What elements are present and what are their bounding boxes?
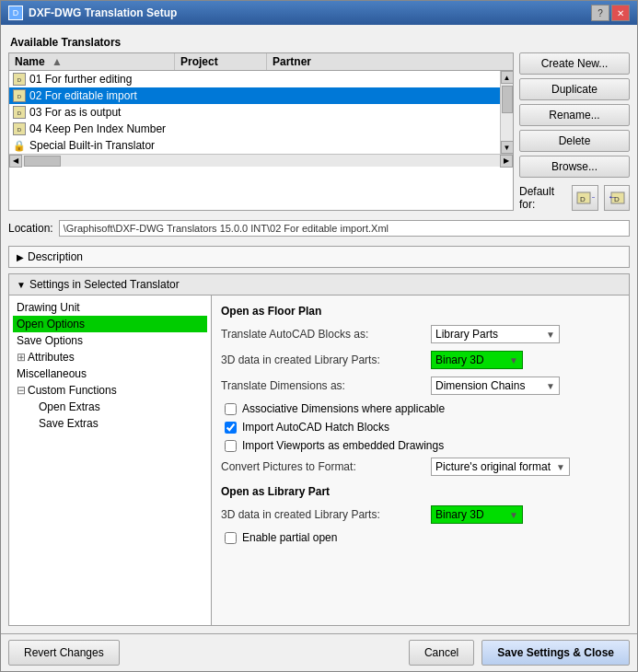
list-header: Name ▲ Project Partner	[9, 53, 513, 71]
convert-pictures-arrow: ▼	[556, 462, 565, 472]
tree-item-custom-functions[interactable]: ⊟Custom Functions	[13, 382, 207, 399]
autocad-blocks-row: Translate AutoCAD Blocks as: Library Par…	[221, 325, 620, 343]
translator-list-container: Name ▲ Project Partner D 01 For further …	[8, 52, 514, 211]
hscroll-thumb[interactable]	[24, 156, 61, 167]
import-viewport-checkbox[interactable]	[225, 440, 237, 452]
import-icon: D →	[576, 191, 595, 205]
translator-buttons: Create New... Duplicate Rename... Delete…	[519, 52, 630, 211]
dxf-icon: D	[13, 122, 26, 135]
hscroll-left[interactable]: ◀	[9, 155, 22, 168]
footer: Revert Changes Cancel Save Settings & Cl…	[1, 633, 637, 671]
autocad-blocks-arrow: ▼	[546, 330, 555, 340]
tree-item-miscellaneous[interactable]: Miscellaneous	[13, 365, 207, 382]
3d-library2-label: 3D data in created Library Parts:	[221, 508, 423, 521]
save-button[interactable]: Save Settings & Close	[481, 640, 630, 666]
import-hatch-checkbox[interactable]	[225, 422, 237, 434]
browse-button[interactable]: Browse...	[519, 156, 630, 178]
settings-body: Drawing Unit Open Options Save Options ⊞…	[9, 295, 629, 625]
revert-button[interactable]: Revert Changes	[8, 640, 120, 666]
create-new-button[interactable]: Create New...	[519, 52, 630, 75]
export-default-button[interactable]: D ←	[604, 185, 630, 211]
tree-item-save-options[interactable]: Save Options	[13, 332, 207, 349]
list-item[interactable]: D 01 For further editing	[9, 71, 500, 87]
assoc-dim-checkbox[interactable]	[225, 403, 237, 415]
horizontal-scrollbar[interactable]: ◀ ▶	[9, 154, 513, 167]
enable-partial-row: Enable partial open	[225, 531, 620, 544]
autocad-blocks-value: Library Parts	[435, 328, 498, 341]
description-header[interactable]: ▶ Description	[9, 247, 629, 267]
dimensions-row: Translate Dimensions as: Dimension Chain…	[221, 377, 620, 395]
tree-item-save-extras[interactable]: Save Extras	[35, 415, 207, 432]
scroll-thumb[interactable]	[502, 86, 513, 113]
translators-area: Name ▲ Project Partner D 01 For further …	[8, 52, 630, 211]
tree-item-drawing-unit[interactable]: Drawing Unit	[13, 299, 207, 316]
settings-section: ▼ Settings in Selected Translator Drawin…	[8, 273, 630, 626]
description-triangle: ▶	[17, 252, 24, 262]
import-hatch-row: Import AutoCAD Hatch Blocks	[225, 421, 620, 434]
location-row: Location: \Graphisoft\DXF-DWG Translator…	[8, 216, 630, 240]
delete-button[interactable]: Delete	[519, 130, 630, 152]
list-item[interactable]: D 03 For as is output	[9, 104, 500, 121]
enable-partial-checkbox[interactable]	[225, 532, 237, 544]
window-title: DXF-DWG Translation Setup	[29, 6, 177, 19]
settings-panel: Open as Floor Plan Translate AutoCAD Blo…	[212, 295, 629, 625]
dxf-icon: D	[13, 106, 26, 119]
close-button[interactable]: ✕	[611, 5, 630, 21]
tree-item-open-options[interactable]: Open Options	[13, 316, 207, 332]
title-bar: D DXF-DWG Translation Setup ? ✕	[1, 1, 637, 25]
svg-text:←: ←	[608, 191, 617, 202]
duplicate-button[interactable]: Duplicate	[519, 78, 630, 100]
list-item[interactable]: 🔒 Special Built-in Translator	[9, 137, 500, 154]
import-hatch-label: Import AutoCAD Hatch Blocks	[242, 421, 389, 434]
location-value: \Graphisoft\DXF-DWG Translators 15.0.0 I…	[59, 220, 630, 237]
3d-library2-value: Binary 3D	[435, 508, 484, 521]
list-item[interactable]: D 04 Keep Pen Index Number	[9, 121, 500, 137]
tree-item-attributes[interactable]: ⊞Attributes	[13, 349, 207, 365]
export-icon: D ←	[608, 191, 626, 205]
list-item[interactable]: D 02 For editable import	[9, 87, 500, 104]
svg-text:→: →	[590, 191, 595, 202]
3d-library-row: 3D data in created Library Parts: Binary…	[221, 351, 620, 369]
translators-section: Available Translators Name ▲ Project Par…	[8, 32, 630, 211]
enable-partial-label: Enable partial open	[242, 531, 337, 544]
floor-plan-title: Open as Floor Plan	[221, 305, 620, 318]
dimensions-value: Dimension Chains	[435, 379, 525, 392]
app-icon: D	[8, 6, 23, 20]
help-button[interactable]: ?	[591, 5, 609, 21]
scroll-up-arrow[interactable]: ▲	[501, 71, 514, 84]
dimensions-dropdown[interactable]: Dimension Chains ▼	[431, 377, 560, 395]
autocad-blocks-label: Translate AutoCAD Blocks as:	[221, 328, 423, 341]
autocad-blocks-dropdown[interactable]: Library Parts ▼	[431, 325, 560, 343]
dxf-icon: D	[13, 89, 26, 102]
3d-library-dropdown[interactable]: Binary 3D ▼	[431, 351, 523, 369]
3d-library-label: 3D data in created Library Parts:	[221, 353, 423, 366]
convert-pictures-value: Picture's original format	[435, 460, 551, 473]
import-default-button[interactable]: D →	[572, 185, 597, 211]
convert-pictures-dropdown[interactable]: Picture's original format ▼	[431, 458, 570, 476]
settings-header[interactable]: ▼ Settings in Selected Translator	[9, 274, 629, 295]
translator-list: D 01 For further editing D 02 For editab…	[9, 71, 500, 154]
rename-button[interactable]: Rename...	[519, 104, 630, 126]
list-scrollbar[interactable]: ▲ ▼	[500, 71, 513, 154]
lock-icon: 🔒	[13, 140, 26, 152]
import-viewport-label: Import Viewports as embedded Drawings	[242, 439, 444, 452]
assoc-dim-label: Associative Dimensions where applicable	[242, 402, 445, 415]
3d-library2-dropdown[interactable]: Binary 3D ▼	[431, 505, 523, 524]
hscroll-right[interactable]: ▶	[500, 155, 513, 168]
col-name-header: Name ▲	[9, 53, 175, 70]
scroll-down-arrow[interactable]: ▼	[501, 141, 514, 154]
3d-library-value: Binary 3D	[435, 353, 484, 366]
location-label: Location:	[8, 222, 53, 235]
convert-pictures-label: Convert Pictures to Format:	[221, 460, 423, 473]
tree-item-open-extras[interactable]: Open Extras	[35, 399, 207, 415]
import-viewport-row: Import Viewports as embedded Drawings	[225, 439, 620, 452]
3d-library2-row: 3D data in created Library Parts: Binary…	[221, 505, 620, 524]
col-partner-header: Partner	[267, 53, 317, 70]
dimensions-label: Translate Dimensions as:	[221, 379, 423, 392]
convert-pictures-row: Convert Pictures to Format: Picture's or…	[221, 458, 620, 476]
translators-section-title: Available Translators	[8, 32, 630, 52]
cancel-button[interactable]: Cancel	[409, 640, 474, 666]
main-window: D DXF-DWG Translation Setup ? ✕ Availabl…	[0, 0, 638, 672]
3d-library-arrow: ▼	[509, 355, 518, 365]
settings-label: Settings in Selected Translator	[29, 278, 180, 291]
